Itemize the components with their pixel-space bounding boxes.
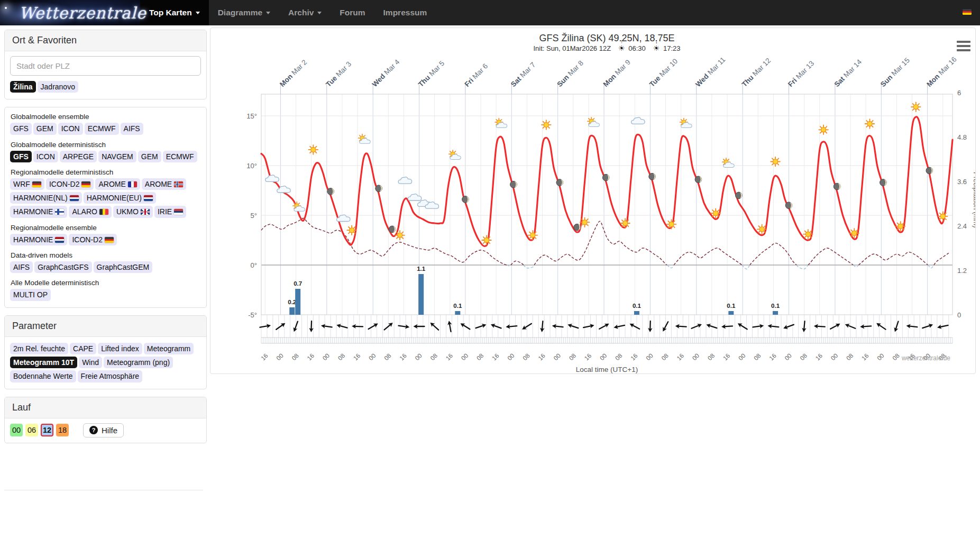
- parameter-chip-lifted-index[interactable]: Lifted index: [98, 343, 142, 354]
- model-chip-icon[interactable]: ICON: [58, 123, 83, 134]
- sidebar: Ort & Favoriten ŽilinaJadranovo Globalmo…: [4, 30, 207, 451]
- nav-item-archiv[interactable]: Archiv: [279, 0, 331, 25]
- parameter-chip-bodennahe-werte[interactable]: Bodennahe Werte: [10, 370, 76, 382]
- day-label-sun-mar-15: Sun Mar 15: [879, 56, 911, 88]
- wind-arrow-icon: [675, 324, 686, 329]
- de-flag-icon: [32, 181, 41, 187]
- model-chip-gfs[interactable]: GFS: [10, 123, 32, 134]
- brand-logo[interactable]: Wetterzentrale: [0, 0, 140, 25]
- temp-tick-5°: 5°: [251, 212, 257, 220]
- model-chip-ecmwf[interactable]: ECMWF: [163, 151, 197, 162]
- model-chip-icon-d2-de[interactable]: ICON-D2: [46, 178, 94, 190]
- time-label: 08: [383, 352, 392, 362]
- precip-bar-0.2[interactable]: [289, 307, 295, 315]
- day-axis-labels: Mon Mar 2Tue Mar 3Wed Mar 4Thu Mar 5Fri …: [278, 56, 958, 94]
- fr-flag-icon: [128, 181, 137, 187]
- model-chip-gfs[interactable]: GFS: [10, 151, 32, 162]
- time-label: 00: [553, 352, 562, 362]
- ort-panel-title: Ort & Favoriten: [5, 30, 206, 51]
- sun-icon: [911, 102, 921, 112]
- moon-icon: [556, 179, 563, 186]
- nav-item-label: Diagramme: [218, 8, 262, 17]
- parameter-chip-wind[interactable]: Wind: [79, 357, 102, 368]
- parameter-chip-meteogramm-10t[interactable]: Meteogramm 10T: [10, 357, 77, 368]
- nav-item-top-karten[interactable]: Top Karten: [140, 0, 209, 25]
- time-label: 08: [614, 352, 624, 362]
- model-chip-icon-d2-de[interactable]: ICON-D2: [69, 234, 117, 245]
- model-chip-gem[interactable]: GEM: [138, 151, 161, 162]
- model-chip-ecmwf[interactable]: ECMWF: [85, 123, 119, 134]
- fi-flag-icon: [55, 209, 64, 215]
- precip-bar-0.7[interactable]: [295, 289, 300, 315]
- nav-item-impressum[interactable]: Impressum: [374, 0, 436, 25]
- time-label: 00: [506, 352, 516, 362]
- day-label-fri-mar-13: Fri Mar 13: [786, 59, 816, 88]
- x-axis-title: Local time (UTC+1): [576, 366, 638, 373]
- language-german-flag-icon[interactable]: [963, 9, 972, 15]
- time-label: 16: [768, 352, 777, 362]
- nav-item-diagramme[interactable]: Diagramme: [209, 0, 279, 25]
- model-chip-arome-no[interactable]: AROME: [142, 178, 186, 190]
- time-label: 00: [322, 352, 331, 362]
- brand-title: Wetterzentrale: [19, 4, 146, 22]
- run-button-18[interactable]: 18: [56, 424, 69, 436]
- favorite-chip-jadranovo[interactable]: Jadranovo: [38, 81, 78, 93]
- model-chip-arpege[interactable]: ARPEGE: [60, 151, 97, 162]
- day-label-sat-mar-7: Sat Mar 7: [509, 61, 537, 89]
- model-chip-graphcastgfs[interactable]: GraphCastGFS: [34, 261, 91, 273]
- model-chip-harmonie-eu-nl[interactable]: HARMONIE(EU): [84, 192, 156, 204]
- nav-item-forum[interactable]: Forum: [331, 0, 374, 25]
- parameter-chip-cape[interactable]: CAPE: [70, 343, 96, 354]
- time-label: 16: [352, 352, 362, 362]
- precip-tick-2.4: 2.4: [957, 222, 967, 230]
- model-chip-multi-op[interactable]: MULTI OP: [10, 289, 51, 300]
- model-group-label: Regionalmodelle ensemble: [11, 224, 201, 232]
- time-label: 00: [599, 352, 608, 362]
- time-label: 00: [691, 352, 701, 362]
- plot-area[interactable]: [261, 94, 952, 315]
- model-chip-ukmo-gb[interactable]: UKMO: [113, 206, 153, 217]
- time-label: 16: [491, 352, 500, 362]
- help-button[interactable]: ? Hilfe: [83, 423, 124, 437]
- moon-icon: [510, 181, 517, 188]
- model-chip-graphcastgem[interactable]: GraphCastGEM: [94, 261, 153, 273]
- parameter-chip-meteogramm-png[interactable]: Meteogramm (png): [104, 357, 173, 368]
- model-chip-navgem[interactable]: NAVGEM: [98, 151, 136, 162]
- model-chip-harmonie-nl-nl[interactable]: HARMONIE(NL): [10, 192, 82, 204]
- model-chip-aifs[interactable]: AIFS: [121, 123, 143, 134]
- favorite-chip-ilina[interactable]: Žilina: [10, 81, 36, 93]
- model-chip-icon[interactable]: ICON: [33, 151, 58, 162]
- precip-bar-0.1[interactable]: [728, 311, 734, 315]
- model-chip-irie-rs[interactable]: IRIE: [154, 206, 186, 217]
- run-button-06[interactable]: 06: [25, 424, 38, 436]
- parameter-chip-meteogramm[interactable]: Meteogramm: [144, 343, 194, 354]
- time-label: 08: [337, 352, 346, 362]
- model-chip-harmonie-fi[interactable]: HARMONIE: [10, 206, 67, 217]
- model-chip-alaro-be[interactable]: ALARO: [69, 206, 111, 217]
- parameter-chip-2m-rel-feuchte[interactable]: 2m Rel. feuchte: [10, 343, 68, 354]
- model-chip-wrf-de[interactable]: WRF: [10, 178, 44, 190]
- run-button-00[interactable]: 00: [10, 424, 23, 436]
- precip-bar-1.1[interactable]: [418, 274, 424, 315]
- model-group-regionalmodelle-ensemble: Regionalmodelle ensembleHARMONIEICON-D2: [10, 224, 201, 247]
- time-label: 08: [521, 352, 531, 362]
- run-button-12[interactable]: 12: [41, 424, 53, 436]
- time-label: 16: [398, 352, 408, 362]
- day-label-sun-mar-8: Sun Mar 8: [555, 59, 585, 88]
- chart-context-menu-button[interactable]: [956, 40, 971, 52]
- model-group-label: Alle Modelle deterministisch: [11, 279, 201, 287]
- parameter-chip-freie-atmosph-re[interactable]: Freie Atmosphäre: [78, 370, 143, 382]
- meteogram-chart[interactable]: Mon Mar 2Tue Mar 3Wed Mar 4Thu Mar 5Fri …: [210, 28, 975, 373]
- model-chip-gem[interactable]: GEM: [33, 123, 57, 134]
- precip-bar-0.1[interactable]: [773, 311, 778, 315]
- precip-bar-0.1[interactable]: [455, 311, 460, 315]
- model-chip-arome-fr[interactable]: AROME: [95, 178, 140, 190]
- precip-bar-label: 0.1: [727, 303, 736, 309]
- top-navbar: Wetterzentrale Top KartenDiagrammeArchiv…: [0, 0, 980, 25]
- de-flag-icon: [81, 181, 90, 187]
- search-input[interactable]: [10, 56, 201, 76]
- model-chip-aifs[interactable]: AIFS: [10, 261, 33, 273]
- precip-bar-0.1[interactable]: [634, 311, 639, 315]
- moon-icon: [375, 185, 382, 192]
- model-chip-harmonie-nl[interactable]: HARMONIE: [10, 234, 67, 245]
